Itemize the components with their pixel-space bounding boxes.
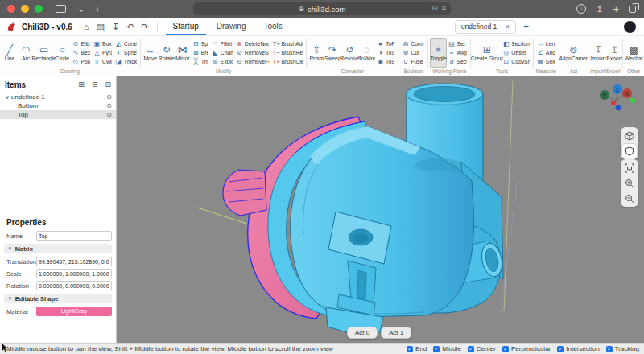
- ribbon-button-export[interactable]: ↥Export: [606, 38, 622, 68]
- save-icon[interactable]: ↧: [112, 22, 119, 32]
- close-window-button[interactable]: [7, 5, 15, 13]
- tree-item-top[interactable]: Top⊙: [0, 110, 116, 119]
- ribbon-button-length[interactable]: ↔Length: [537, 40, 555, 48]
- ribbon-button-toggle[interactable]: ⌖Toggle: [430, 38, 446, 68]
- ribbon-button-section[interactable]: ◧Section: [502, 40, 530, 48]
- ribbon-button-line[interactable]: ╱Line: [2, 38, 18, 68]
- ribbon-button-box[interactable]: ▣Box: [93, 40, 112, 48]
- act-0-button[interactable]: Act 0: [347, 327, 378, 339]
- ribbon-button-arc[interactable]: ◠Arc: [18, 38, 34, 68]
- ribbon-button-removeshapes[interactable]: ⊘RemoveShapes: [236, 49, 270, 57]
- viewport-3d[interactable]: Z X Y: [117, 76, 644, 343]
- snap-toggle-center[interactable]: ✓Center: [468, 345, 496, 352]
- home-icon[interactable]: ⌂: [84, 22, 89, 32]
- checkbox-checked-icon[interactable]: ✓: [468, 346, 474, 352]
- ribbon-button-select[interactable]: ▦Select: [537, 58, 555, 66]
- add-document-icon[interactable]: +: [523, 21, 529, 32]
- address-bar[interactable]: ⊕ chili3d.com ⊙ ≡: [193, 2, 451, 15]
- tab-drawing[interactable]: Drawing: [209, 18, 254, 35]
- ribbon-button-cylinder[interactable]: ▯Cylinder: [93, 58, 112, 66]
- wireframe-cube-icon[interactable]: [622, 129, 637, 142]
- matrix-section-header[interactable]: ∨ Matrix: [4, 244, 112, 253]
- ribbon-button-break[interactable]: ⊠Break: [192, 49, 208, 57]
- ribbon-button-tosolid[interactable]: ◉ToSolid: [377, 58, 394, 66]
- ribbon-button-common[interactable]: ⋒Common: [402, 40, 424, 48]
- snap-toggle-tracking[interactable]: ✓Tracking: [606, 345, 639, 352]
- ribbon-button-trim[interactable]: ╳Trim: [192, 58, 208, 66]
- expand-icon[interactable]: ⊡: [105, 80, 111, 88]
- ribbon-button-pyramid[interactable]: △Pyramid: [93, 49, 112, 57]
- ribbon-button-rectangle[interactable]: ▭Rectangle: [34, 38, 54, 68]
- ribbon-button-create-group[interactable]: ⊞Create Group: [473, 38, 501, 68]
- ribbon-button-cut[interactable]: ⋓Cut: [402, 49, 424, 57]
- checkbox-checked-icon[interactable]: ✓: [433, 346, 440, 352]
- name-input[interactable]: [36, 231, 112, 241]
- ribbon-button-align[interactable]: ≡Align: [448, 49, 468, 57]
- rotation-input[interactable]: [36, 281, 112, 290]
- checkbox-checked-icon[interactable]: ✓: [557, 346, 564, 352]
- ribbon-button-aligncamer[interactable]: ⊚AlignCamer: [561, 38, 586, 68]
- ribbon-button-rotate[interactable]: ↻Rotate: [159, 38, 175, 68]
- checkbox-checked-icon[interactable]: ✓: [407, 346, 413, 352]
- tree-item-bottom[interactable]: Bottom⊙: [0, 101, 116, 110]
- ribbon-button-ellipse[interactable]: ⊙Ellipse: [72, 40, 90, 48]
- collapse-all-icon[interactable]: ⊟: [92, 80, 98, 88]
- snap-toggle-end[interactable]: ✓End: [407, 345, 427, 352]
- ribbon-button-brushclear[interactable]: T×BrushClear: [272, 58, 303, 66]
- ribbon-button-copyshape[interactable]: ⊡CopyShape: [502, 58, 530, 66]
- ribbon-button-move[interactable]: ↔Move: [142, 38, 159, 68]
- zoom-window-button[interactable]: [35, 5, 43, 13]
- ribbon-button-circle[interactable]: ○Circle: [54, 38, 70, 68]
- undo-icon[interactable]: ↶: [126, 22, 134, 32]
- zoom-out-icon[interactable]: [622, 191, 637, 205]
- downloads-icon[interactable]: ↓: [576, 4, 586, 14]
- tree-chevron-icon[interactable]: ∨: [3, 94, 11, 101]
- ribbon-button-bezier[interactable]: ∿Bezier: [72, 49, 90, 57]
- tree-item-undefined-1[interactable]: ∨undefined 1⊙: [0, 93, 116, 101]
- act-1-button[interactable]: Act 1: [381, 327, 411, 339]
- ribbon-button-wechat[interactable]: ▩Wechat: [625, 38, 642, 68]
- document-tab[interactable]: undefined 1 ×: [455, 20, 516, 34]
- tab-startup[interactable]: Startup: [166, 18, 206, 35]
- ribbon-button-fillet[interactable]: ◜Fillet: [212, 40, 233, 48]
- visibility-eye-icon[interactable]: ⊙: [106, 102, 112, 109]
- back-icon[interactable]: ‹: [96, 0, 99, 18]
- scale-input[interactable]: [36, 269, 112, 278]
- editable-shape-section-header[interactable]: ∨ Editable Shape: [4, 294, 112, 303]
- visibility-eye-icon[interactable]: ⊙: [106, 93, 112, 101]
- ribbon-button-removefeature[interactable]: ⊖RemoveFeature: [236, 58, 270, 66]
- reader-mode-icon[interactable]: ≡: [442, 4, 446, 12]
- ribbon-button-split[interactable]: ⊟Split: [192, 40, 208, 48]
- ribbon-button-explode[interactable]: ⊛Explode: [212, 58, 233, 66]
- tab-overview-icon[interactable]: [629, 6, 636, 13]
- ribbon-button-import[interactable]: ↧Import: [590, 38, 606, 68]
- minimize-window-button[interactable]: [21, 5, 29, 13]
- ribbon-button-revolve[interactable]: ↺Revolve: [341, 38, 359, 68]
- ribbon-button-brushadd[interactable]: T+BrushAdd: [272, 40, 303, 48]
- new-document-icon[interactable]: ▤: [96, 22, 104, 32]
- ribbon-button-sphere[interactable]: ◐Sphere: [115, 49, 137, 57]
- window-controls[interactable]: [7, 5, 43, 13]
- tab-tools[interactable]: Tools: [256, 18, 289, 35]
- ribbon-button-thicksolid[interactable]: ◪ThickSolid: [115, 58, 137, 66]
- ribbon-button-set[interactable]: ▤Set: [448, 40, 468, 48]
- ribbon-button-mirror[interactable]: ⋈Mirror: [175, 38, 191, 68]
- ribbon-button-section[interactable]: ⌀Section: [448, 58, 468, 66]
- ribbon-button-offset[interactable]: ◎Offset: [502, 49, 530, 57]
- zoom-in-icon[interactable]: [622, 176, 637, 190]
- new-folder-icon[interactable]: ⊞: [78, 80, 85, 88]
- redo-icon[interactable]: ↷: [141, 22, 148, 32]
- snap-toggle-perpendicular[interactable]: ✓Perpendicular: [502, 345, 551, 352]
- checkbox-checked-icon[interactable]: ✓: [502, 346, 509, 352]
- ribbon-button-brushremove[interactable]: T−BrushRemove: [272, 49, 303, 57]
- new-tab-icon[interactable]: +: [613, 3, 619, 15]
- translation-input[interactable]: [36, 257, 112, 266]
- close-icon[interactable]: ×: [505, 23, 510, 31]
- snap-toggle-intersection[interactable]: ✓Intersection: [557, 345, 599, 352]
- fit-view-icon[interactable]: [622, 161, 637, 175]
- visibility-eye-icon[interactable]: ⊙: [106, 111, 112, 118]
- badge-icon[interactable]: ⊙: [431, 4, 438, 12]
- sidebar-toggle-icon[interactable]: [56, 5, 66, 13]
- ribbon-button-chamfer[interactable]: ◣Chamfer: [212, 49, 233, 57]
- github-icon[interactable]: [624, 21, 636, 33]
